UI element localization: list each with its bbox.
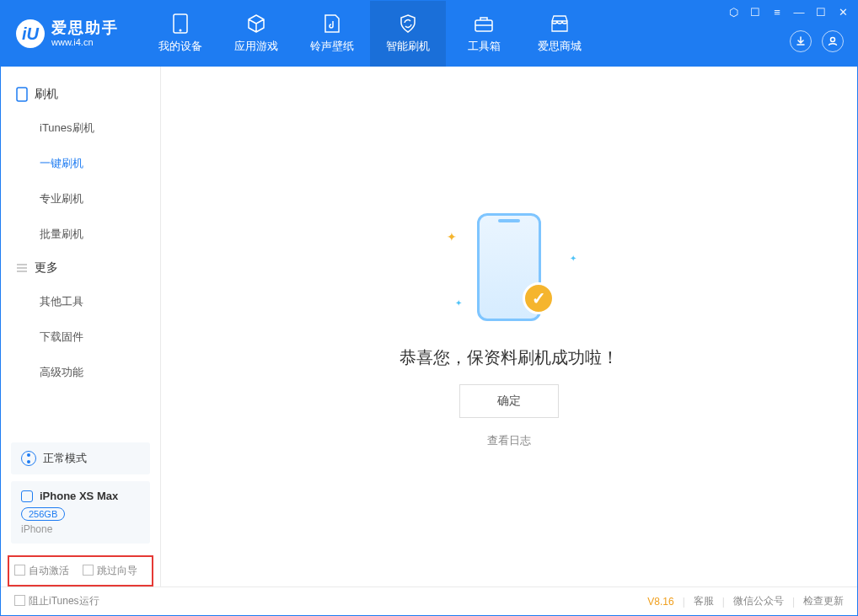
menu-icon[interactable]: ≡ — [771, 6, 783, 19]
user-button[interactable] — [822, 30, 844, 52]
sidebar-item-advanced[interactable]: 高级功能 — [1, 355, 160, 390]
tab-apps[interactable]: 应用游戏 — [218, 1, 294, 67]
app-subtitle: www.i4.cn — [51, 37, 119, 47]
check-badge-icon: ✓ — [523, 282, 555, 314]
sidebar-item-oneclick-flash[interactable]: 一键刷机 — [1, 146, 160, 181]
download-button[interactable] — [790, 30, 812, 52]
sidebar-item-itunes-flash[interactable]: iTunes刷机 — [1, 110, 160, 146]
tab-toolbox[interactable]: 工具箱 — [446, 1, 522, 67]
view-log-link[interactable]: 查看日志 — [487, 433, 531, 448]
confirm-button[interactable]: 确定 — [459, 384, 559, 418]
tab-ringtone[interactable]: 铃声壁纸 — [294, 1, 370, 67]
toolbox-icon — [474, 13, 494, 34]
check-update-link[interactable]: 检查更新 — [803, 594, 844, 608]
svg-point-1 — [180, 29, 182, 32]
app-title: 爱思助手 — [51, 20, 119, 37]
checkbox-skip-guide[interactable]: 跳过向导 — [83, 564, 137, 578]
tab-label: 爱思商城 — [538, 39, 582, 54]
tab-label: 工具箱 — [468, 39, 501, 54]
app-header: iU 爱思助手 www.i4.cn 我的设备 应用游戏 铃声壁纸 智能刷机 工具… — [1, 1, 857, 67]
shirt-icon[interactable]: ⬡ — [727, 6, 739, 19]
device-icon — [16, 87, 28, 102]
sidebar: 刷机 iTunes刷机 一键刷机 专业刷机 批量刷机 更多 其他工具 下载固件 … — [1, 67, 161, 587]
mode-icon — [21, 451, 36, 466]
highlighted-options-box: 自动激活 跳过向导 — [8, 555, 153, 587]
logo-icon: iU — [16, 19, 45, 48]
status-bar: 阻止iTunes运行 V8.16 | 客服 | 微信公众号 | 检查更新 — [1, 587, 857, 615]
list-icon — [16, 262, 28, 274]
app-logo: iU 爱思助手 www.i4.cn — [1, 1, 134, 67]
device-type: iPhone — [21, 523, 140, 535]
wechat-link[interactable]: 微信公众号 — [733, 594, 784, 608]
checkbox-block-itunes[interactable]: 阻止iTunes运行 — [14, 594, 99, 608]
sidebar-section-flash: 刷机 — [1, 78, 160, 110]
window-controls: ⬡ ☐ ≡ — ☐ ✕ — [727, 1, 857, 67]
sidebar-item-download-firmware[interactable]: 下载固件 — [1, 319, 160, 355]
main-content: ✦ ✦ ✦ ✓ 恭喜您，保资料刷机成功啦！ 确定 查看日志 — [161, 67, 857, 587]
tab-smart-flash[interactable]: 智能刷机 — [370, 1, 446, 67]
header-tabs: 我的设备 应用游戏 铃声壁纸 智能刷机 工具箱 爱思商城 — [142, 1, 598, 67]
checkbox-auto-activate[interactable]: 自动激活 — [14, 564, 69, 578]
phone-outline-icon — [21, 490, 33, 502]
support-link[interactable]: 客服 — [694, 594, 714, 608]
success-message: 恭喜您，保资料刷机成功啦！ — [400, 346, 619, 369]
sparkle-icon: ✦ — [570, 254, 576, 263]
svg-rect-4 — [17, 88, 27, 101]
music-file-icon — [322, 13, 342, 34]
tab-label: 铃声壁纸 — [310, 39, 354, 54]
sidebar-item-pro-flash[interactable]: 专业刷机 — [1, 181, 160, 217]
tab-my-device[interactable]: 我的设备 — [142, 1, 218, 67]
mode-label: 正常模式 — [43, 451, 87, 466]
sidebar-item-other-tools[interactable]: 其他工具 — [1, 284, 160, 319]
refresh-shield-icon — [398, 13, 418, 34]
tab-store[interactable]: 爱思商城 — [522, 1, 598, 67]
maximize-button[interactable]: ☐ — [815, 6, 827, 19]
success-illustration: ✦ ✦ ✦ ✓ — [442, 205, 576, 331]
cube-icon — [246, 13, 266, 34]
store-icon — [550, 13, 570, 34]
tab-label: 应用游戏 — [234, 39, 278, 54]
tab-label: 我的设备 — [158, 39, 202, 54]
minimize-button[interactable]: — — [793, 6, 805, 19]
phone-icon — [170, 13, 190, 34]
device-info-box[interactable]: iPhone XS Max 256GB iPhone — [11, 481, 150, 544]
feedback-icon[interactable]: ☐ — [749, 6, 761, 19]
sidebar-section-more: 更多 — [1, 252, 160, 284]
sparkle-icon: ✦ — [447, 230, 457, 244]
device-mode-box[interactable]: 正常模式 — [11, 442, 150, 474]
close-button[interactable]: ✕ — [837, 6, 849, 19]
sidebar-item-batch-flash[interactable]: 批量刷机 — [1, 217, 160, 252]
device-name: iPhone XS Max — [40, 490, 118, 502]
tab-label: 智能刷机 — [386, 39, 430, 54]
svg-point-3 — [831, 38, 835, 42]
device-storage: 256GB — [21, 507, 65, 521]
version-label: V8.16 — [647, 596, 673, 608]
sparkle-icon: ✦ — [455, 298, 462, 308]
